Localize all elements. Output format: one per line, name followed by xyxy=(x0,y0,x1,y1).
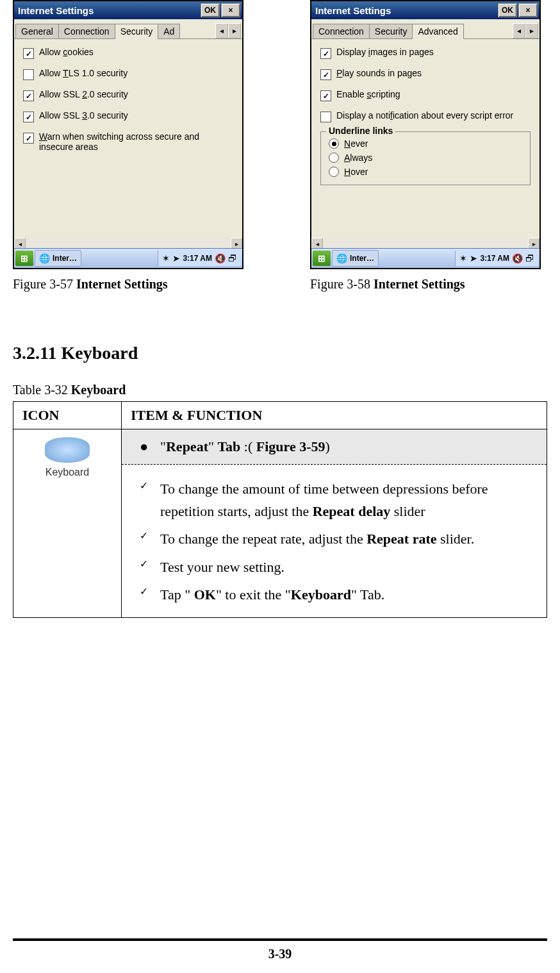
check-text: To change the repeat rate, adjust the Re… xyxy=(160,528,474,550)
table-caption: Table 3-32 Keyboard xyxy=(13,383,547,397)
check-text: To change the amount of time between dep… xyxy=(160,478,538,522)
checkbox-allow-ssl30[interactable] xyxy=(23,112,34,122)
checkbox-label: Play sounds in pages xyxy=(336,68,422,78)
checkbox-allow-ssl20[interactable] xyxy=(23,90,34,101)
tray-icon[interactable]: ✶ xyxy=(459,253,467,263)
tab-security[interactable]: Security xyxy=(115,24,159,39)
checkbox-script-error-notify[interactable] xyxy=(320,112,331,122)
tray-icon[interactable]: 🔇 xyxy=(215,253,226,263)
bullet-icon: ● xyxy=(140,438,149,455)
start-button[interactable]: ⊞ xyxy=(313,251,331,266)
taskbar: ⊞ 🌐Inter… ✶ ➤ 3:17 AM 🔇 🗗 xyxy=(14,248,242,268)
table-header-function: ITEM & FUNCTION xyxy=(122,402,547,429)
table-row: Keyboard ● "Repeat" Tab :( Figure 3-59) … xyxy=(13,429,547,618)
system-tray: ✶ ➤ 3:17 AM 🔇 🗗 xyxy=(158,251,241,266)
groupbox-title: Underline links xyxy=(326,126,395,136)
check-icon: ✓ xyxy=(140,556,149,572)
horizontal-scrollbar[interactable]: ◂ ▸ xyxy=(311,238,539,248)
taskbar-item-internet[interactable]: 🌐Inter… xyxy=(332,250,379,267)
screenshots-row: Internet Settings OK × General Connectio… xyxy=(13,0,547,292)
caption-title: Internet Settings xyxy=(374,277,465,291)
page-number: 3-39 xyxy=(0,947,560,961)
checkbox-display-images[interactable] xyxy=(320,48,331,59)
tab-advanced[interactable]: Advanced xyxy=(412,24,463,39)
tab-pane: Allow cookies Allow TLS 1.0 security All… xyxy=(14,39,242,238)
tab-security[interactable]: Security xyxy=(369,24,413,38)
ok-button[interactable]: OK xyxy=(498,3,517,17)
check-line: ✓ To change the amount of time between d… xyxy=(140,478,538,522)
screenshot-left-column: Internet Settings OK × General Connectio… xyxy=(13,0,250,292)
keyboard-table: ICON ITEM & FUNCTION Keyboard ● "Repeat"… xyxy=(13,401,547,618)
tab-connection[interactable]: Connection xyxy=(58,24,115,38)
check-icon: ✓ xyxy=(140,528,149,544)
clock: 3:17 AM xyxy=(183,254,212,263)
checkbox-allow-tls10[interactable] xyxy=(23,69,34,80)
radio-always[interactable] xyxy=(329,153,339,163)
tab-connection[interactable]: Connection xyxy=(313,24,370,38)
checkbox-label: Allow TLS 1.0 security xyxy=(39,68,128,78)
footer-rule xyxy=(13,938,547,941)
close-button[interactable]: × xyxy=(221,3,240,17)
window-title: Internet Settings xyxy=(315,5,391,16)
function-cell: ● "Repeat" Tab :( Figure 3-59) ✓ To chan… xyxy=(122,429,547,618)
figure-caption: Figure 3-57 Internet Settings xyxy=(13,277,250,292)
tray-icon[interactable]: 🔇 xyxy=(512,253,523,263)
check-line: ✓ Tap " OK" to exit the "Keyboard" Tab. xyxy=(140,583,538,606)
table-caption-prefix: Table 3-32 xyxy=(13,383,71,397)
checkbox-label: Display a notification about every scrip… xyxy=(336,110,513,121)
start-button[interactable]: ⊞ xyxy=(15,251,33,266)
tray-icon[interactable]: ✶ xyxy=(162,253,170,263)
close-button[interactable]: × xyxy=(518,3,538,17)
group-underline-links: Underline links Never Always Hover xyxy=(320,131,531,185)
screenshot-right-column: Internet Settings OK × Connection Securi… xyxy=(310,0,547,292)
checkbox-label: Allow cookies xyxy=(39,47,94,57)
checkbox-enable-scripting[interactable] xyxy=(320,90,331,101)
table-caption-title: Keyboard xyxy=(71,383,126,397)
checkbox-label: Enable scripting xyxy=(336,89,400,99)
radio-label: Never xyxy=(344,138,368,149)
check-line: ✓ Test your new setting. xyxy=(140,556,538,578)
tab-scroll-right[interactable]: ▸ xyxy=(228,23,241,38)
tray-icon[interactable]: ➤ xyxy=(470,253,477,263)
checkbox-warn-switch[interactable] xyxy=(23,133,34,144)
table-header-row: ICON ITEM & FUNCTION xyxy=(13,402,547,429)
checkbox-allow-cookies[interactable] xyxy=(23,48,34,59)
taskbar-item-label: Inter… xyxy=(350,254,374,263)
tab-advanced-clip[interactable]: Ad xyxy=(158,24,180,38)
windows-flag-icon: ⊞ xyxy=(21,253,28,263)
checkbox-play-sounds[interactable] xyxy=(320,69,331,80)
windows-flag-icon: ⊞ xyxy=(318,253,325,263)
tray-icon[interactable]: 🗗 xyxy=(525,253,534,263)
radio-never[interactable] xyxy=(329,138,339,149)
taskbar-item-internet[interactable]: 🌐Inter… xyxy=(35,250,81,267)
tray-icon[interactable]: 🗗 xyxy=(228,253,237,263)
ok-button[interactable]: OK xyxy=(201,3,220,17)
radio-hover[interactable] xyxy=(329,167,339,177)
keyboard-icon xyxy=(45,437,90,463)
icon-cell-label: Keyboard xyxy=(22,467,112,478)
scroll-track[interactable] xyxy=(26,238,231,248)
check-text: Tap " OK" to exit the "Keyboard" Tab. xyxy=(160,583,384,606)
document-page: Internet Settings OK × General Connectio… xyxy=(0,0,560,973)
check-icon: ✓ xyxy=(140,583,149,600)
horizontal-scrollbar[interactable]: ◂ ▸ xyxy=(14,238,242,248)
checkbox-label: Allow SSL 3.0 security xyxy=(39,110,128,121)
caption-title: Internet Settings xyxy=(76,277,168,291)
tab-scroll-left[interactable]: ◂ xyxy=(513,23,525,38)
tab-scroll-right[interactable]: ▸ xyxy=(525,23,538,38)
section-heading: 3.2.11 Keyboard xyxy=(13,343,547,363)
screenshot-right: Internet Settings OK × Connection Securi… xyxy=(310,0,541,269)
check-icon: ✓ xyxy=(140,478,149,494)
icon-cell: Keyboard xyxy=(13,429,122,618)
tab-scroll-left[interactable]: ◂ xyxy=(215,23,228,38)
checkbox-label: Display images in pages xyxy=(336,47,434,57)
checkbox-label: Allow SSL 2.0 security xyxy=(39,89,128,99)
taskbar: ⊞ 🌐Inter… ✶ ➤ 3:17 AM 🔇 🗗 xyxy=(311,248,539,268)
titlebar: Internet Settings OK × xyxy=(311,1,539,19)
scroll-track[interactable] xyxy=(323,238,528,248)
bullet-line: ● "Repeat" Tab :( Figure 3-59) xyxy=(140,438,538,455)
check-line: ✓ To change the repeat rate, adjust the … xyxy=(140,528,538,550)
checkbox-label: Warn when switching across secure and in… xyxy=(39,131,233,152)
tab-general[interactable]: General xyxy=(15,24,59,38)
tray-icon[interactable]: ➤ xyxy=(172,253,180,263)
